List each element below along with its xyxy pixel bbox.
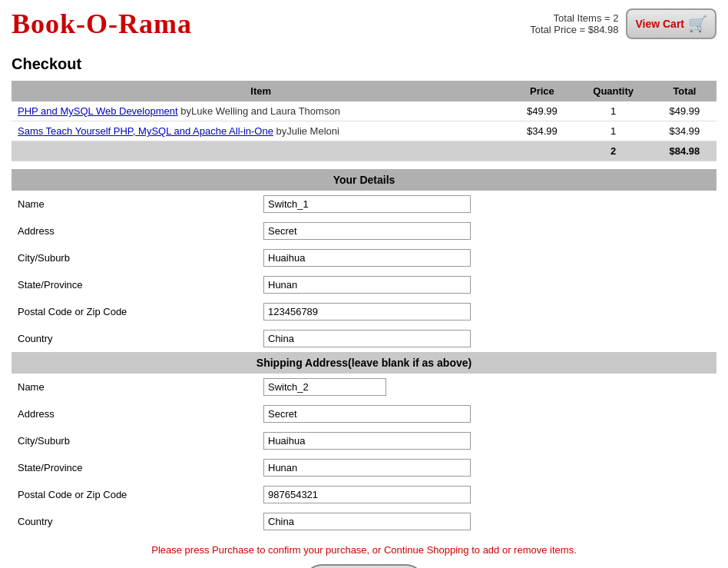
shipping-label: Postal Code or Zip Code bbox=[12, 481, 257, 508]
header-right: Total Items = 2 Total Price = $84.98 Vie… bbox=[530, 8, 716, 39]
cart-icon: 🛒 bbox=[688, 15, 707, 33]
notice-text: Please press Purchase to confirm your pu… bbox=[12, 544, 716, 556]
item-name: PHP and MySQL Web Development byLuke Wel… bbox=[12, 101, 510, 121]
button-container: Purchase 💲 ContinueShopping 🛒 bbox=[12, 562, 716, 568]
col-price: Price bbox=[510, 81, 574, 101]
shipping-label: Country bbox=[12, 508, 257, 535]
shipping-row: Country bbox=[12, 508, 716, 535]
shipping-input[interactable] bbox=[263, 513, 471, 530]
totals-row: 2 $84.98 bbox=[12, 141, 716, 161]
detail-value bbox=[257, 271, 716, 298]
shipping-table: Name Address City/Suburb State/Province … bbox=[12, 374, 716, 535]
shipping-row: City/Suburb bbox=[12, 427, 716, 454]
header: Book-O-Rama Total Items = 2 Total Price … bbox=[0, 0, 728, 48]
totals-price: $84.98 bbox=[653, 141, 716, 161]
shipping-header: Shipping Address(leave blank if as above… bbox=[12, 352, 716, 374]
detail-label: State/Province bbox=[12, 271, 257, 298]
shipping-value bbox=[257, 508, 716, 535]
shipping-label: City/Suburb bbox=[12, 427, 257, 454]
shipping-value bbox=[257, 481, 716, 508]
total-price: Total Price = $84.98 bbox=[530, 24, 618, 35]
item-price: $34.99 bbox=[510, 121, 574, 141]
detail-label: City/Suburb bbox=[12, 244, 257, 271]
table-row: Sams Teach Yourself PHP, MySQL and Apach… bbox=[12, 121, 716, 141]
item-total: $49.99 bbox=[653, 101, 716, 121]
detail-value bbox=[257, 218, 716, 244]
header-totals: Total Items = 2 Total Price = $84.98 bbox=[530, 12, 618, 35]
detail-input[interactable] bbox=[263, 222, 471, 240]
detail-input[interactable] bbox=[263, 303, 471, 321]
item-name: Sams Teach Yourself PHP, MySQL and Apach… bbox=[12, 121, 510, 141]
shipping-row: Name bbox=[12, 374, 716, 400]
shipping-row: Address bbox=[12, 400, 716, 427]
total-items: Total Items = 2 bbox=[530, 12, 618, 24]
view-cart-label: View Cart bbox=[635, 18, 684, 30]
shipping-input[interactable] bbox=[263, 405, 471, 423]
col-quantity: Quantity bbox=[574, 81, 652, 101]
shipping-row: Postal Code or Zip Code bbox=[12, 481, 716, 508]
view-cart-button[interactable]: View Cart 🛒 bbox=[626, 8, 716, 39]
shipping-input[interactable] bbox=[263, 459, 471, 477]
detail-value bbox=[257, 325, 716, 352]
shipping-input[interactable] bbox=[263, 486, 471, 503]
detail-input[interactable] bbox=[263, 330, 471, 347]
totals-qty: 2 bbox=[574, 141, 652, 161]
detail-value bbox=[257, 244, 716, 271]
shipping-value bbox=[257, 454, 716, 481]
detail-row: State/Province bbox=[12, 271, 716, 298]
shipping-value bbox=[257, 374, 716, 400]
detail-value bbox=[257, 298, 716, 325]
totals-empty bbox=[510, 141, 574, 161]
item-author: byLuke Welling and Laura Thomson bbox=[180, 105, 340, 117]
item-author: byJulie Meloni bbox=[276, 125, 339, 137]
item-title-link[interactable]: Sams Teach Yourself PHP, MySQL and Apach… bbox=[18, 125, 273, 137]
shipping-row: State/Province bbox=[12, 454, 716, 481]
detail-label: Name bbox=[12, 191, 257, 218]
shipping-label: Address bbox=[12, 400, 257, 427]
item-quantity: 1 bbox=[574, 121, 652, 141]
detail-row: Postal Code or Zip Code bbox=[12, 298, 716, 325]
table-row: PHP and MySQL Web Development byLuke Wel… bbox=[12, 101, 716, 121]
col-total: Total bbox=[653, 81, 716, 101]
detail-row: Address bbox=[12, 218, 716, 244]
shipping-input[interactable] bbox=[263, 378, 386, 396]
item-total: $34.99 bbox=[653, 121, 716, 141]
content: Checkout Item Price Quantity Total PHP a… bbox=[0, 48, 728, 568]
detail-input[interactable] bbox=[263, 249, 471, 267]
item-quantity: 1 bbox=[574, 101, 652, 121]
detail-label: Address bbox=[12, 218, 257, 244]
detail-input[interactable] bbox=[263, 276, 471, 294]
detail-label: Country bbox=[12, 325, 257, 352]
detail-label: Postal Code or Zip Code bbox=[12, 298, 257, 325]
shipping-label: State/Province bbox=[12, 454, 257, 481]
item-title-link[interactable]: PHP and MySQL Web Development bbox=[18, 105, 178, 117]
cart-table: Item Price Quantity Total PHP and MySQL … bbox=[12, 81, 716, 161]
detail-row: Country bbox=[12, 325, 716, 352]
detail-row: City/Suburb bbox=[12, 244, 716, 271]
page-title: Checkout bbox=[12, 55, 716, 73]
item-price: $49.99 bbox=[510, 101, 574, 121]
logo: Book-O-Rama bbox=[12, 8, 192, 40]
detail-value bbox=[257, 191, 716, 218]
col-item: Item bbox=[12, 81, 510, 101]
shipping-label: Name bbox=[12, 374, 257, 400]
shipping-input[interactable] bbox=[263, 432, 471, 450]
shipping-value bbox=[257, 427, 716, 454]
totals-label bbox=[12, 141, 510, 161]
shipping-value bbox=[257, 400, 716, 427]
detail-row: Name bbox=[12, 191, 716, 218]
your-details-table: Name Address City/Suburb State/Province … bbox=[12, 191, 716, 352]
purchase-button[interactable]: Purchase 💲 bbox=[304, 564, 424, 568]
detail-input[interactable] bbox=[263, 195, 471, 213]
your-details-header: Your Details bbox=[12, 169, 716, 191]
